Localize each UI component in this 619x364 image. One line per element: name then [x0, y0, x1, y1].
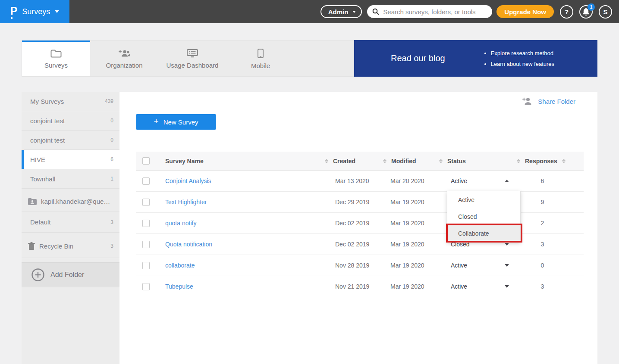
row-checkbox[interactable]: [142, 199, 150, 206]
folder-count: 3: [110, 219, 113, 225]
help-button[interactable]: ?: [560, 5, 573, 19]
responses-count: 9: [513, 199, 584, 205]
folder-label: My Surveys: [30, 98, 64, 105]
tab-label: Mobile: [251, 62, 270, 69]
chevron-down-icon: [55, 10, 59, 13]
global-search: [367, 5, 492, 18]
tab-label: Organization: [106, 62, 142, 69]
add-folder-label: Add Folder: [50, 271, 84, 279]
upgrade-now-button[interactable]: Upgrade Now: [496, 5, 554, 18]
status-value: Active: [451, 283, 467, 290]
header-responses[interactable]: Responses: [513, 158, 584, 165]
tab-usage-dashboard[interactable]: Usage Dashboard: [158, 40, 226, 76]
shared-folder-icon: [28, 198, 37, 205]
status-option-collaborate[interactable]: Collaborate: [447, 225, 520, 242]
header-modified[interactable]: Modified: [380, 158, 436, 165]
select-all-checkbox[interactable]: [142, 157, 150, 165]
modified-date: Mar 19 2020: [380, 220, 436, 227]
folder-label: Recycle Bin: [39, 243, 73, 250]
folder-count: 3: [110, 243, 113, 249]
search-input[interactable]: [383, 8, 487, 16]
status-dropdown-trigger[interactable]: Active: [436, 283, 513, 290]
share-folder-button[interactable]: Share Folder: [522, 97, 575, 105]
notification-count-badge: 1: [588, 3, 595, 11]
sidebar-item-conjoint-test-1[interactable]: conjoint test 0: [22, 111, 119, 131]
survey-name-link[interactable]: collaborate: [159, 262, 321, 269]
survey-name-link[interactable]: Text Highlighter: [159, 199, 321, 205]
header-survey-name[interactable]: Survey Name: [159, 158, 321, 165]
banner-bullet-list: Explore research method Learn about new …: [485, 48, 554, 69]
tab-label: Surveys: [44, 62, 68, 69]
sidebar-item-recycle-bin[interactable]: Recycle Bin 3: [22, 234, 119, 258]
status-dropdown-trigger[interactable]: Active: [436, 177, 513, 184]
status-option-closed[interactable]: Closed: [447, 208, 520, 225]
sidebar-item-my-surveys[interactable]: My Surveys 439: [22, 92, 119, 111]
created-date: Nov 28 2019: [321, 262, 380, 269]
survey-name-link[interactable]: quota notify: [159, 220, 321, 227]
created-date: Dec 02 2019: [321, 241, 380, 248]
modified-date: Mar 20 2020: [380, 177, 436, 184]
caret-up-icon: [505, 180, 509, 182]
new-survey-button[interactable]: + New Survey: [136, 114, 216, 130]
tab-mobile[interactable]: Mobile: [226, 40, 295, 76]
modified-date: Mar 19 2020: [380, 241, 436, 248]
blog-promo-banner[interactable]: Read our blog Explore research method Le…: [354, 40, 597, 77]
tab-surveys[interactable]: Surveys: [22, 40, 90, 76]
trash-icon: [28, 242, 35, 250]
add-person-icon: [522, 97, 532, 105]
banner-bullet: Explore research method: [491, 48, 554, 59]
banner-bullet: Learn about new features: [491, 59, 554, 69]
row-checkbox[interactable]: [142, 177, 150, 185]
sort-icon: [325, 159, 328, 163]
notifications-button[interactable]: 1: [579, 5, 593, 19]
row-checkbox[interactable]: [142, 283, 150, 290]
tab-organization[interactable]: Organization: [90, 40, 158, 76]
mobile-icon: [258, 49, 264, 58]
search-icon: [372, 8, 379, 15]
folder-label: kapil.khandekar@que…: [41, 198, 110, 205]
sidebar-item-townhall[interactable]: Townhall 1: [22, 169, 119, 189]
folder-icon: [50, 49, 62, 58]
folder-label: HIVE: [30, 156, 45, 163]
folder-count: 0: [110, 137, 113, 143]
survey-name-link[interactable]: Quota notification: [159, 241, 321, 248]
header-label: Responses: [525, 158, 557, 165]
admin-label: Admin: [328, 8, 349, 16]
avatar-initial: S: [603, 8, 607, 16]
folder-label: conjoint test: [30, 117, 65, 124]
header-label: Modified: [391, 158, 416, 165]
status-value: Active: [451, 177, 467, 184]
row-checkbox[interactable]: [142, 241, 150, 248]
sort-icon: [517, 159, 520, 163]
sidebar-item-default[interactable]: Default 3: [22, 212, 119, 233]
folder-label: conjoint test: [30, 137, 65, 144]
folder-count: 6: [110, 156, 113, 162]
module-tab-strip: Surveys Organization Usage Dashbo: [22, 40, 597, 77]
header-label: Status: [447, 158, 466, 165]
survey-name-link[interactable]: Tubepulse: [159, 283, 321, 290]
plus-icon: +: [154, 117, 159, 126]
header-label: Created: [333, 158, 355, 165]
admin-menu-button[interactable]: Admin: [320, 5, 362, 18]
header-status[interactable]: Status: [436, 158, 513, 165]
status-value: Active: [451, 262, 467, 269]
header-created[interactable]: Created: [321, 158, 380, 165]
sidebar-item-conjoint-test-2[interactable]: conjoint test 0: [22, 131, 119, 150]
survey-list-panel: Share Folder + New Survey Survey Name Cr…: [119, 92, 597, 364]
product-switcher[interactable]: P Surveys: [0, 0, 69, 23]
status-option-active[interactable]: Active: [447, 191, 520, 208]
caret-down-icon: [505, 264, 509, 267]
add-folder-button[interactable]: Add Folder: [22, 262, 119, 287]
content-card: My Surveys 439 conjoint test 0 conjoint …: [22, 92, 597, 364]
status-dropdown-trigger[interactable]: Active: [436, 262, 513, 269]
folder-label: Default: [30, 218, 51, 226]
sidebar-item-hive[interactable]: HIVE 6: [22, 150, 119, 169]
sidebar-item-shared-account[interactable]: kapil.khandekar@que…: [22, 191, 119, 212]
account-avatar[interactable]: S: [599, 5, 612, 19]
modified-date: Mar 19 2020: [380, 262, 436, 269]
table-row: Tubepulse Nov 21 2019 Mar 19 2020 Active…: [136, 276, 584, 297]
row-checkbox[interactable]: [142, 220, 150, 227]
caret-down-icon: [505, 243, 509, 246]
row-checkbox[interactable]: [142, 262, 150, 269]
survey-name-link[interactable]: Conjoint Analysis: [159, 177, 321, 184]
